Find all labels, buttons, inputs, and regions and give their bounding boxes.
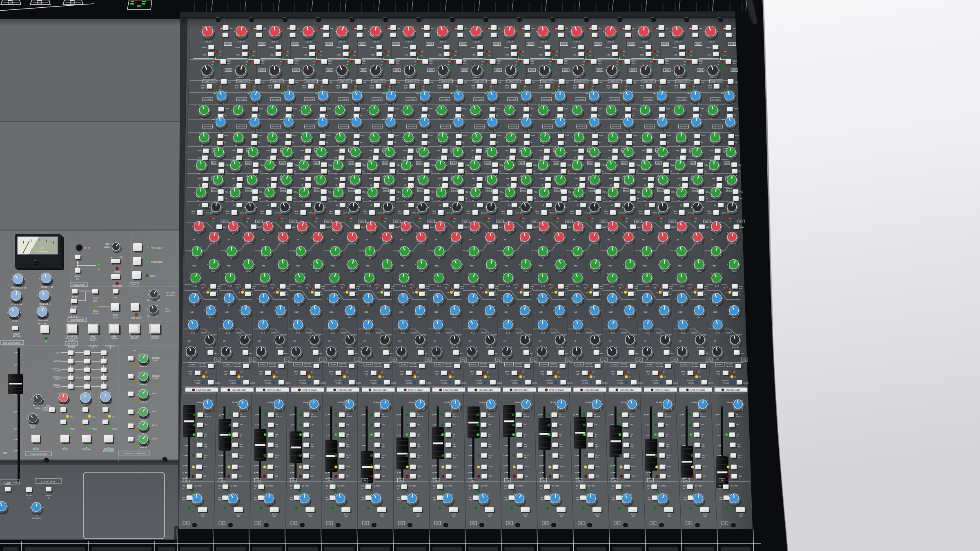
- svg-text:L: L: [725, 103, 726, 104]
- svg-text:PATH: PATH: [227, 60, 231, 62]
- svg-text:.6 kHz 7: .6 kHz 7: [697, 271, 702, 272]
- svg-text:dB: dB: [232, 233, 234, 235]
- svg-text:FOLLOW: FOLLOW: [515, 363, 521, 365]
- svg-text:LF: LF: [488, 221, 490, 223]
- svg-text:POST: POST: [292, 135, 297, 137]
- svg-text:dB: dB: [611, 305, 613, 307]
- svg-text:A Q A: A Q A: [576, 332, 580, 334]
- svg-text:30 Hz 450: 30 Hz 450: [697, 347, 704, 348]
- svg-text:5: 5: [432, 424, 433, 426]
- svg-text:100 300: 100 300: [621, 332, 627, 334]
- svg-text:SF PAN: SF PAN: [726, 402, 733, 404]
- svg-text:30: 30: [396, 472, 398, 474]
- svg-text:20: 20: [254, 465, 256, 467]
- svg-text:LINE: LINE: [472, 54, 476, 56]
- svg-text:SF: SF: [416, 371, 419, 373]
- svg-text:DIRECT OUT: DIRECT OUT: [441, 81, 451, 82]
- svg-text:PAN: PAN: [518, 93, 521, 94]
- svg-text:TO BUS: TO BUS: [512, 382, 518, 384]
- svg-text:A Q A: A Q A: [541, 332, 545, 334]
- svg-text:SF: SF: [225, 171, 228, 172]
- svg-text:AUX2: AUX2: [212, 162, 216, 164]
- svg-text:PATH: PATH: [336, 85, 340, 87]
- svg-text:LF TO: LF TO: [559, 513, 564, 515]
- svg-text:PAN: PAN: [552, 119, 555, 120]
- svg-text:FLIP: FLIP: [224, 373, 227, 375]
- svg-text:IN: IN: [701, 436, 703, 438]
- svg-text:dB: dB: [365, 358, 368, 360]
- svg-text:10 Hz 400: 10 Hz 400: [240, 212, 247, 214]
- svg-text:ST CUE A: ST CUE A: [509, 99, 517, 100]
- svg-text:PAN: PAN: [416, 119, 419, 120]
- svg-text:30: 30: [539, 472, 541, 474]
- svg-text:IN: IN: [204, 436, 206, 438]
- svg-text:PATH: PATH: [646, 371, 650, 373]
- svg-text:PRE: PRE: [259, 191, 263, 193]
- svg-text:10 Hz 400: 10 Hz 400: [274, 212, 281, 214]
- svg-text:PATH: PATH: [640, 85, 644, 87]
- svg-text:IN: IN: [417, 436, 419, 438]
- svg-text:SF: SF: [452, 414, 455, 415]
- svg-text:EQ: EQ: [497, 359, 500, 361]
- svg-text:R: R: [290, 129, 292, 131]
- svg-text:LEVEL: LEVEL: [35, 407, 41, 409]
- svg-text:L: L: [274, 409, 275, 411]
- svg-text:DIRECT OUT: DIRECT OUT: [340, 81, 350, 82]
- svg-text:PATH: PATH: [501, 211, 505, 212]
- svg-text:EQ: EQ: [743, 359, 746, 361]
- svg-text:LF: LF: [453, 221, 455, 223]
- svg-text:ROUTED: ROUTED: [617, 380, 623, 382]
- svg-text:5.5 kHz 16: 5.5 kHz 16: [729, 243, 736, 245]
- svg-text:PATH: PATH: [708, 85, 712, 87]
- svg-text:L: L: [420, 129, 421, 131]
- svg-text:IN: IN: [45, 340, 47, 342]
- svg-text:L: L: [556, 103, 557, 104]
- svg-text:EQ: EQ: [287, 359, 290, 361]
- svg-text:0: 0: [229, 35, 230, 37]
- svg-text:SF: SF: [328, 480, 330, 482]
- svg-text:LF: LF: [422, 89, 424, 91]
- svg-text:10 Hz 400: 10 Hz 400: [722, 212, 729, 214]
- svg-text:oo dB +10: oo dB +10: [140, 447, 147, 448]
- svg-text:dB: dB: [542, 305, 544, 307]
- svg-text:LF PAN: LF PAN: [552, 485, 559, 487]
- svg-text:100 300: 100 300: [341, 332, 347, 334]
- svg-text:R: R: [247, 409, 248, 411]
- svg-text:PATH: PATH: [268, 85, 272, 87]
- svg-text:HMF: HMF: [227, 265, 231, 267]
- svg-text:PRE: PRE: [637, 191, 640, 193]
- svg-text:MIX: MIX: [237, 515, 240, 517]
- svg-text:ROUTE: ROUTE: [426, 382, 432, 384]
- svg-text:LF PAN: LF PAN: [410, 485, 416, 487]
- svg-text:LF: LF: [544, 522, 547, 524]
- svg-text:METERS: METERS: [130, 338, 138, 340]
- svg-text:MON: MON: [597, 69, 602, 71]
- svg-text:.2 kHz 2.5: .2 kHz 2.5: [416, 317, 423, 318]
- svg-text:SF: SF: [592, 86, 594, 87]
- svg-text:10: 10: [468, 455, 469, 457]
- svg-text:30 Hz 450: 30 Hz 450: [381, 347, 388, 348]
- svg-text:SF: SF: [671, 198, 674, 200]
- svg-text:ST CUE A: ST CUE A: [374, 99, 381, 100]
- svg-text:dB: dB: [507, 305, 509, 307]
- svg-text:0dB: 0dB: [488, 424, 491, 426]
- svg-text:HF: HF: [711, 239, 714, 241]
- svg-text:R: R: [459, 409, 460, 411]
- svg-text:FLIP: FLIP: [501, 213, 505, 215]
- svg-text:LMF: LMF: [190, 311, 194, 313]
- svg-text:FLIP: FLIP: [599, 288, 603, 290]
- svg-text:SOLO: SOLO: [453, 466, 458, 468]
- svg-text:PRE: PRE: [670, 164, 673, 166]
- svg-text:SF: SF: [389, 86, 391, 87]
- svg-text:PATH: PATH: [302, 85, 306, 87]
- svg-text:BELL: BELL: [425, 353, 428, 355]
- svg-text:POST: POST: [700, 108, 704, 110]
- svg-text:10: 10: [183, 455, 185, 457]
- svg-text:-20 dB +20: -20 dB +20: [506, 77, 514, 78]
- svg-text:INS: INS: [719, 485, 722, 487]
- svg-text:dB: dB: [265, 258, 267, 260]
- svg-text:.2 kHz 2.5: .2 kHz 2.5: [626, 317, 633, 318]
- svg-text:PATH: PATH: [632, 60, 636, 62]
- svg-text:POST: POST: [327, 108, 331, 110]
- svg-text:PAN: PAN: [552, 93, 555, 94]
